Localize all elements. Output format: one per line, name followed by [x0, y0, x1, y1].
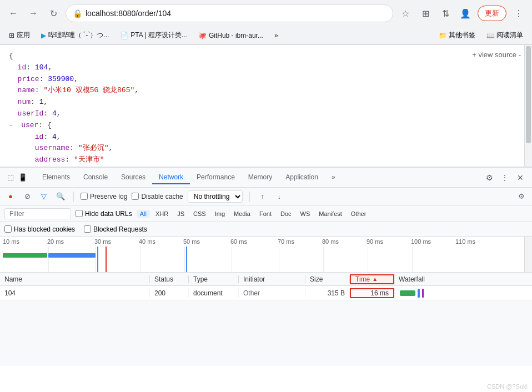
bookmark-reading[interactable]: 📖 阅读清单: [483, 29, 526, 42]
tab-more[interactable]: »: [325, 171, 342, 184]
table-row[interactable]: 104 200 document Other 315 B 16 ms: [0, 286, 532, 300]
panel-icons: ⬚ 📱: [4, 172, 29, 184]
filter-type-all[interactable]: All: [137, 210, 150, 218]
waterfall-bar-green: [400, 290, 415, 296]
bookmark-bilibili[interactable]: ▶ 哔哩哔哩（ ´-`）つ...: [38, 29, 112, 42]
tick-line-80: [323, 247, 324, 273]
td-time: 16 ms: [350, 288, 394, 298]
th-waterfall: Waterfall: [394, 275, 532, 283]
tick-110ms: 110 ms: [455, 238, 475, 245]
tab-performance[interactable]: Performance: [190, 171, 242, 184]
filter-type-css[interactable]: CSS: [190, 210, 209, 218]
has-blocked-cookies-checkbox[interactable]: Has blocked cookies: [4, 225, 75, 233]
devtools-close-button[interactable]: ✕: [513, 170, 528, 185]
tick-line-20: [48, 247, 49, 273]
devtools-more-button[interactable]: ⋮: [498, 170, 512, 185]
tab-network[interactable]: Network: [152, 171, 190, 184]
waterfall-bar-blue: [418, 289, 420, 298]
import-button[interactable]: ↑: [257, 190, 269, 203]
filter-type-js[interactable]: JS: [174, 210, 188, 218]
scrollbar-thumb[interactable]: [526, 46, 531, 143]
tick-10ms: 10 ms: [3, 238, 19, 245]
tab-application[interactable]: Application: [279, 171, 325, 184]
filter-type-manifest[interactable]: Manifest: [315, 210, 345, 218]
forward-button[interactable]: →: [26, 6, 41, 21]
td-size: 315 B: [305, 289, 350, 297]
bookmark-other[interactable]: 📁 其他书签: [435, 29, 479, 42]
network-settings-button[interactable]: ⚙: [515, 190, 528, 203]
profile-button[interactable]: 👤: [458, 6, 473, 21]
filter-type-xhr[interactable]: XHR: [152, 210, 172, 218]
record-button[interactable]: ●: [4, 190, 17, 203]
chevron-right-icon: »: [274, 32, 278, 39]
timeline-area: 10 ms 20 ms 30 ms 40 ms 50 ms 60 ms 70 m…: [0, 237, 532, 273]
timeline-bars-area: [0, 247, 524, 273]
blocked-requests-checkbox[interactable]: Blocked Requests: [84, 225, 147, 233]
star-button[interactable]: ☆: [398, 6, 413, 21]
filter-type-img[interactable]: Img: [212, 210, 228, 218]
json-line-9: address: "天津市": [9, 154, 523, 166]
filter-button[interactable]: ▽: [38, 190, 50, 203]
td-name: 104: [0, 289, 150, 297]
apps-icon: ⊞: [9, 32, 14, 39]
td-waterfall: [394, 286, 532, 300]
th-type: Type: [189, 275, 239, 283]
tick-30ms: 30 ms: [94, 238, 111, 245]
json-line-1: id: 104,: [9, 62, 523, 74]
url-text: localhost:8080/order/104: [86, 9, 386, 18]
devtools-settings-button[interactable]: ⚙: [482, 170, 496, 185]
scrollbar[interactable]: [524, 45, 532, 167]
preserve-log-checkbox[interactable]: Preserve log: [81, 193, 127, 200]
network-toolbar: ● ⊘ ▽ 🔍 Preserve log Disable cache No th…: [0, 188, 532, 205]
tick-90ms: 90 ms: [367, 238, 383, 245]
search-button[interactable]: 🔍: [54, 190, 67, 203]
hide-data-urls-checkbox[interactable]: Hide data URLs: [76, 210, 132, 218]
tick-line-30: [96, 247, 96, 273]
csdn-watermark: CSDN @?Suki: [487, 383, 528, 390]
filter-type-ws[interactable]: WS: [297, 210, 314, 218]
tab-memory[interactable]: Memory: [242, 171, 279, 184]
filter-input[interactable]: [4, 208, 71, 219]
sync-button[interactable]: ⇅: [438, 6, 453, 21]
address-bar[interactable]: 🔒 localhost:8080/order/104: [66, 4, 393, 22]
filter-type-other[interactable]: Other: [348, 210, 370, 218]
bookmark-more[interactable]: »: [271, 30, 282, 41]
extension-button[interactable]: ⊞: [418, 6, 433, 21]
back-button[interactable]: ←: [6, 6, 21, 21]
th-status: Status: [150, 275, 189, 283]
device-toolbar-button[interactable]: 📱: [17, 172, 29, 184]
filter-type-font[interactable]: Font: [256, 210, 275, 218]
bookmark-apps[interactable]: ⊞ 应用: [6, 29, 33, 42]
tick-line-100: [412, 247, 413, 273]
stop-record-button[interactable]: ⊘: [21, 190, 33, 203]
tab-sources[interactable]: Sources: [114, 171, 152, 184]
reload-button[interactable]: ↻: [46, 6, 61, 21]
throttle-select[interactable]: No throttling: [188, 190, 243, 203]
menu-button[interactable]: ⋮: [511, 6, 526, 21]
filter-type-doc[interactable]: Doc: [277, 210, 295, 218]
timeline-ruler: 10 ms 20 ms 30 ms 40 ms 50 ms 60 ms 70 m…: [0, 237, 524, 247]
export-button[interactable]: ↓: [273, 190, 285, 203]
filter-type-media[interactable]: Media: [230, 210, 254, 218]
th-time: Time ▲: [350, 274, 394, 284]
tab-elements[interactable]: Elements: [36, 171, 77, 184]
inspect-element-button[interactable]: ⬚: [4, 172, 17, 184]
timeline-vertical-blue2: [186, 247, 187, 273]
json-view: { id: 104, price: 359900, name: "小米10 双模…: [0, 45, 532, 167]
waterfall-bar-purple: [422, 289, 424, 298]
bookmark-github[interactable]: 🐙 GitHub - ibm-aur...: [195, 30, 267, 41]
json-line-2: price: 359900,: [9, 74, 523, 86]
tick-40ms: 40 ms: [139, 238, 155, 245]
devtools-panel: ⬚ 📱 Elements Console Sources Network Per…: [0, 167, 532, 366]
folder-icon: 📁: [439, 32, 447, 39]
update-button[interactable]: 更新: [478, 6, 506, 21]
bookmark-pta[interactable]: 📄 PTA | 程序设计类...: [117, 29, 190, 42]
devtools-tabs-bar: ⬚ 📱 Elements Console Sources Network Per…: [0, 168, 532, 188]
disable-cache-checkbox[interactable]: Disable cache: [132, 193, 183, 200]
view-source-button[interactable]: + view source -: [472, 51, 521, 59]
timeline-scrollbar[interactable]: [524, 237, 532, 272]
sort-arrow-icon: ▲: [372, 276, 378, 282]
tab-console[interactable]: Console: [77, 171, 114, 184]
th-initiator: Initiator: [239, 275, 305, 283]
blocked-row: Has blocked cookies Blocked Requests: [0, 222, 532, 237]
